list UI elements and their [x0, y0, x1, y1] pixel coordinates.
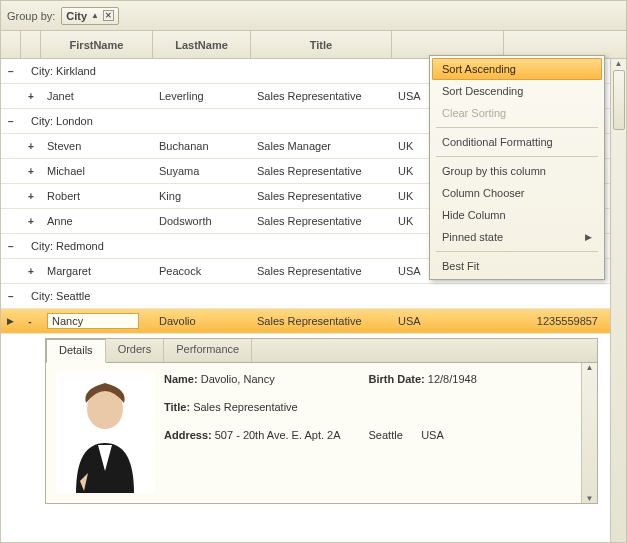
detail-address-label: Address:: [164, 429, 212, 441]
group-by-label: Group by:: [7, 10, 55, 22]
detail-title-label: Title:: [164, 401, 190, 413]
tab-orders[interactable]: Orders: [106, 339, 165, 362]
menu-pinned-state[interactable]: Pinned state▶: [432, 226, 602, 248]
cell-firstname[interactable]: Janet: [41, 90, 153, 102]
detail-country: USA: [421, 429, 444, 441]
group-label: City: London: [27, 115, 93, 127]
cell-phone[interactable]: 1235559857: [504, 315, 604, 327]
menu-separator: [436, 127, 598, 128]
group-label: City: Kirkland: [27, 65, 96, 77]
detail-address-value: 507 - 20th Ave. E. Apt. 2A: [215, 429, 341, 441]
menu-sort-descending[interactable]: Sort Descending: [432, 80, 602, 102]
avatar: [56, 373, 154, 493]
cell-lastname[interactable]: Davolio: [153, 315, 251, 327]
cell-title[interactable]: Sales Representative: [251, 90, 392, 102]
scroll-up-icon[interactable]: ▲: [586, 363, 594, 372]
table-row-selected[interactable]: ▶ - Nancy Davolio Sales Representative U…: [1, 309, 610, 334]
tab-details[interactable]: Details: [46, 339, 106, 363]
column-context-menu: Sort Ascending Sort Descending Clear Sor…: [429, 55, 605, 280]
menu-clear-sorting: Clear Sorting: [432, 102, 602, 124]
cell-lastname[interactable]: Buchanan: [153, 140, 251, 152]
header-phone[interactable]: [504, 31, 604, 58]
scroll-thumb[interactable]: [613, 70, 625, 130]
detail-birth-value: 12/8/1948: [428, 373, 477, 385]
collapse-icon[interactable]: −: [8, 241, 14, 252]
expand-icon[interactable]: +: [28, 191, 34, 202]
expand-icon[interactable]: +: [28, 141, 34, 152]
group-by-bar: Group by: City ▲ ✕: [1, 1, 626, 31]
group-chip-label: City: [66, 10, 87, 22]
cell-title[interactable]: Sales Representative: [251, 215, 392, 227]
header-lastname[interactable]: LastName: [153, 31, 251, 58]
close-icon[interactable]: ✕: [103, 10, 114, 21]
menu-conditional-formatting[interactable]: Conditional Formatting: [432, 131, 602, 153]
group-row[interactable]: − City: Seattle: [1, 284, 610, 309]
menu-separator: [436, 156, 598, 157]
cell-lastname[interactable]: Suyama: [153, 165, 251, 177]
expand-icon[interactable]: +: [28, 216, 34, 227]
header-title[interactable]: Title: [251, 31, 392, 58]
row-indicator-icon: ▶: [1, 316, 19, 326]
cell-lastname[interactable]: Dodsworth: [153, 215, 251, 227]
expand-icon[interactable]: +: [28, 166, 34, 177]
cell-title[interactable]: Sales Representative: [251, 190, 392, 202]
scroll-down-icon[interactable]: ▼: [586, 494, 594, 503]
tab-performance[interactable]: Performance: [164, 339, 252, 362]
menu-hide-column[interactable]: Hide Column: [432, 204, 602, 226]
cell-lastname[interactable]: Leverling: [153, 90, 251, 102]
cell-firstname-editing[interactable]: Nancy: [41, 313, 153, 329]
detail-name-label: Name:: [164, 373, 198, 385]
group-label: City: Redmond: [27, 240, 104, 252]
cell-title[interactable]: Sales Representative: [251, 165, 392, 177]
group-chip-city[interactable]: City ▲ ✕: [61, 7, 119, 25]
detail-birth-label: Birth Date:: [369, 373, 425, 385]
sort-asc-icon: ▲: [91, 11, 99, 20]
cell-firstname[interactable]: Robert: [41, 190, 153, 202]
collapse-icon[interactable]: -: [28, 316, 31, 327]
cell-firstname[interactable]: Anne: [41, 215, 153, 227]
header-expander-col2: [21, 31, 41, 58]
header-firstname[interactable]: FirstName: [41, 31, 153, 58]
cell-lastname[interactable]: King: [153, 190, 251, 202]
scroll-up-icon[interactable]: ▲: [615, 59, 623, 68]
header-country[interactable]: [392, 31, 504, 58]
expand-icon[interactable]: +: [28, 91, 34, 102]
detail-city: Seattle: [369, 429, 403, 441]
cell-country[interactable]: USA: [392, 315, 504, 327]
detail-panel: Details Orders Performance: [45, 338, 598, 504]
collapse-icon[interactable]: −: [8, 291, 14, 302]
detail-name-value: Davolio, Nancy: [201, 373, 275, 385]
menu-column-chooser[interactable]: Column Chooser: [432, 182, 602, 204]
group-label: City: Seattle: [27, 290, 90, 302]
cell-title[interactable]: Sales Representative: [251, 265, 392, 277]
cell-firstname[interactable]: Steven: [41, 140, 153, 152]
menu-separator: [436, 251, 598, 252]
menu-group-by-column[interactable]: Group by this column: [432, 160, 602, 182]
main-scrollbar[interactable]: ▲: [610, 59, 626, 542]
menu-best-fit[interactable]: Best Fit: [432, 255, 602, 277]
cell-title[interactable]: Sales Representative: [251, 315, 392, 327]
cell-firstname[interactable]: Margaret: [41, 265, 153, 277]
detail-tabs: Details Orders Performance: [46, 339, 597, 363]
detail-scrollbar[interactable]: ▲ ▼: [581, 363, 597, 503]
expand-icon[interactable]: +: [28, 266, 34, 277]
collapse-icon[interactable]: −: [8, 66, 14, 77]
collapse-icon[interactable]: −: [8, 116, 14, 127]
cell-lastname[interactable]: Peacock: [153, 265, 251, 277]
cell-title[interactable]: Sales Manager: [251, 140, 392, 152]
cell-firstname[interactable]: Michael: [41, 165, 153, 177]
header-expander-col: [1, 31, 21, 58]
submenu-arrow-icon: ▶: [585, 232, 592, 242]
detail-title-value: Sales Representative: [193, 401, 298, 413]
menu-sort-ascending[interactable]: Sort Ascending: [432, 58, 602, 80]
